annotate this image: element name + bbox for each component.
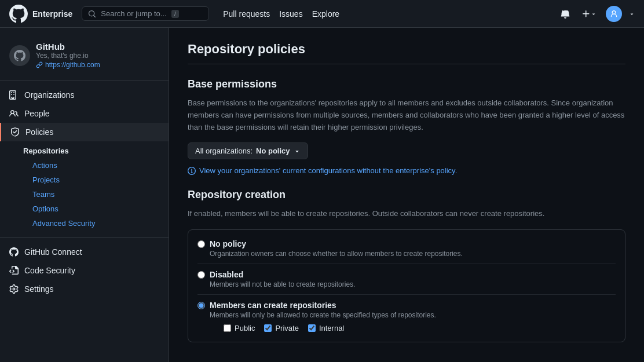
radio-option-disabled: Disabled Members will not be able to cre… — [197, 264, 616, 295]
people-icon — [9, 109, 19, 118]
sidebar-divider-2 — [0, 237, 169, 238]
sidebar-sub-section: Repositories Actions Projects Teams Opti… — [0, 141, 169, 233]
main-content: Repository policies Base permissions Bas… — [169, 28, 644, 362]
search-placeholder: Search or jump to... — [101, 9, 166, 18]
radio-option-no-policy: No policy Organization owners can choose… — [197, 239, 616, 264]
sidebar-item-label-code-security: Code Security — [24, 266, 75, 275]
disabled-desc: Members will not be able to create repos… — [210, 280, 355, 288]
private-label: Private — [275, 324, 298, 332]
sidebar-item-code-security[interactable]: Code Security — [0, 261, 169, 280]
sidebar-sub-section-label: Repositories — [23, 144, 169, 158]
topnav-right — [558, 6, 635, 22]
add-button[interactable] — [579, 7, 599, 21]
notifications-button[interactable] — [558, 7, 572, 21]
sidebar-sub-item-advanced-security[interactable]: Advanced Security — [23, 216, 169, 231]
enterprise-logo[interactable]: Enterprise — [9, 5, 72, 23]
org-link[interactable]: https://github.com — [36, 61, 100, 69]
chevron-down-icon — [591, 11, 597, 17]
org-name: GitHub — [36, 42, 100, 52]
base-permissions-desc: Base permissions to the organizations' r… — [188, 97, 625, 133]
explore-link[interactable]: Explore — [312, 9, 339, 19]
github-org-icon — [14, 50, 25, 61]
members-create-label: Members can create repositories — [210, 301, 436, 310]
sidebar-sub-item-teams[interactable]: Teams — [23, 187, 169, 202]
info-link-text: View your organizations' current configu… — [199, 166, 457, 175]
topnav: Enterprise Search or jump to... / Pull r… — [0, 0, 644, 28]
repo-creation-card: No policy Organization owners can choose… — [188, 229, 625, 342]
link-icon — [36, 61, 43, 68]
public-label: Public — [235, 324, 255, 332]
avatar-chevron-icon — [629, 11, 635, 17]
public-checkbox[interactable] — [224, 324, 231, 332]
topnav-links: Pull requests Issues Explore — [223, 9, 339, 19]
sidebar-item-label-people: People — [24, 109, 50, 118]
sidebar-item-github-connect[interactable]: GitHub Connect — [0, 243, 169, 261]
org-avatar — [9, 45, 30, 66]
enterprise-label: Enterprise — [32, 9, 72, 19]
dropdown-value: No policy — [256, 147, 290, 155]
pull-requests-link[interactable]: Pull requests — [223, 9, 270, 19]
sidebar-sub-item-actions[interactable]: Actions — [23, 158, 169, 173]
repo-creation-title: Repository creation — [188, 189, 625, 201]
search-icon — [88, 10, 96, 18]
dropdown-chevron-icon — [294, 148, 301, 155]
sidebar-sub-item-options[interactable]: Options — [23, 202, 169, 216]
internal-checkbox-label[interactable]: Internal — [308, 324, 344, 332]
sidebar-org-header: GitHub Yes, that's ghe.io https://github… — [0, 37, 169, 76]
info-icon — [188, 167, 196, 175]
base-permissions-dropdown[interactable]: All organizations: No policy — [188, 142, 308, 159]
bell-icon — [561, 9, 570, 19]
repo-type-checkboxes: Public Private Internal — [210, 324, 436, 332]
org-info: GitHub Yes, that's ghe.io https://github… — [36, 42, 100, 69]
sidebar-sub-item-projects[interactable]: Projects — [23, 173, 169, 187]
base-permissions-title: Base permissions — [188, 78, 625, 90]
members-create-radio[interactable] — [197, 302, 205, 309]
issues-link[interactable]: Issues — [279, 9, 302, 19]
github-logo-icon — [9, 5, 28, 23]
code-security-icon — [9, 266, 19, 275]
public-checkbox-label[interactable]: Public — [224, 324, 255, 332]
sidebar-divider-1 — [0, 81, 169, 81]
repo-creation-desc: If enabled, members will be able to crea… — [188, 208, 625, 220]
sidebar-item-policies[interactable]: Policies — [0, 123, 169, 141]
sidebar-item-label-github-connect: GitHub Connect — [24, 247, 82, 257]
current-config-link[interactable]: View your organizations' current configu… — [188, 166, 625, 175]
sidebar-item-organizations[interactable]: Organizations — [0, 86, 169, 104]
main-layout: GitHub Yes, that's ghe.io https://github… — [0, 28, 644, 362]
sidebar-item-settings[interactable]: Settings — [0, 280, 169, 298]
sidebar-item-label-settings: Settings — [24, 284, 54, 294]
no-policy-desc: Organization owners can choose whether t… — [210, 250, 463, 258]
sidebar-item-people[interactable]: People — [0, 104, 169, 123]
sidebar-item-label-policies: Policies — [25, 127, 53, 137]
disabled-radio[interactable] — [197, 271, 205, 279]
sidebar: GitHub Yes, that's ghe.io https://github… — [0, 28, 169, 362]
plus-icon — [581, 9, 591, 19]
internal-checkbox[interactable] — [308, 324, 316, 332]
private-checkbox[interactable] — [264, 324, 272, 332]
org-sub: Yes, that's ghe.io — [36, 52, 100, 60]
organizations-icon — [9, 90, 19, 100]
settings-icon — [9, 284, 19, 294]
no-policy-radio[interactable] — [197, 240, 205, 248]
internal-label: Internal — [319, 324, 344, 332]
github-connect-icon — [9, 247, 19, 257]
no-policy-label: No policy — [210, 239, 463, 248]
search-box[interactable]: Search or jump to... / — [82, 6, 209, 21]
search-kbd: / — [171, 10, 179, 18]
policies-icon — [10, 127, 20, 137]
radio-option-members-create: Members can create repositories Members … — [197, 295, 616, 332]
disabled-label: Disabled — [210, 270, 355, 279]
user-icon — [610, 10, 618, 18]
members-create-desc: Members will only be allowed to create t… — [210, 311, 436, 319]
avatar[interactable] — [606, 6, 622, 22]
sidebar-item-label-organizations: Organizations — [24, 90, 74, 100]
private-checkbox-label[interactable]: Private — [264, 324, 298, 332]
dropdown-label: All organizations: — [195, 147, 253, 155]
page-title: Repository policies — [188, 42, 625, 64]
